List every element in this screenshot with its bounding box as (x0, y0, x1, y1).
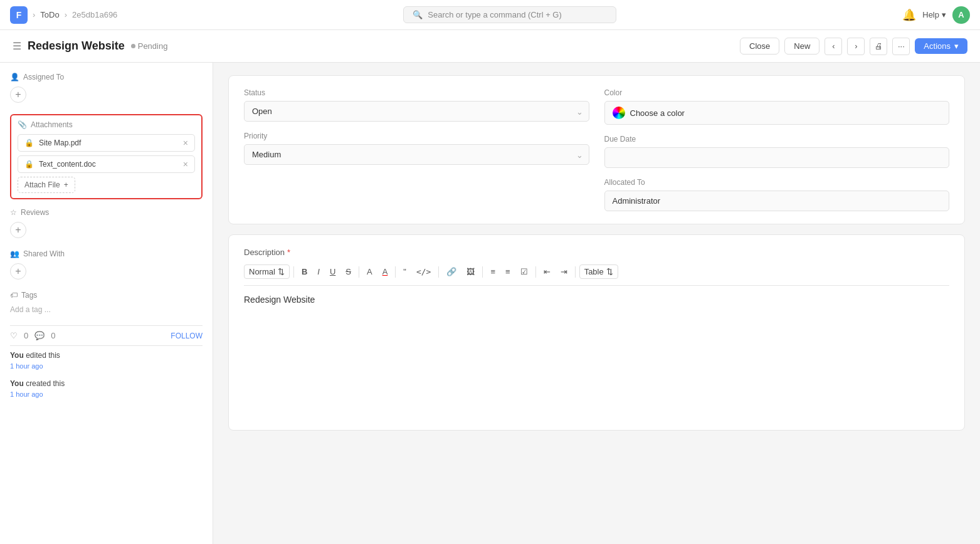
menu-icon[interactable]: ☰ (13, 40, 21, 52)
activity-log-section: You edited this 1 hour ago You created t… (10, 351, 203, 398)
toolbar-divider-4 (438, 266, 439, 278)
shared-with-section: 👥 Shared With + (10, 249, 203, 280)
table-chevron-icon: ⇅ (606, 267, 613, 276)
right-col: Color Choose a color Due Date Allocated … (604, 88, 950, 211)
underline-button[interactable]: U (326, 265, 339, 278)
activity-you-2: You (10, 379, 24, 388)
status-select[interactable]: Open Pending Completed Cancelled (244, 101, 589, 122)
activity-time-1: 1 hour ago (10, 362, 203, 370)
breadcrumb-id[interactable]: 2e5db1a696 (72, 10, 117, 19)
italic-button[interactable]: I (313, 265, 324, 278)
attach-label: Attach File (24, 180, 60, 189)
indent-button[interactable]: ⇥ (557, 265, 571, 278)
status-label: Pending (138, 41, 168, 51)
notifications-button[interactable]: 🔔 (902, 8, 916, 22)
assigned-to-title: 👤 Assigned To (10, 73, 203, 81)
top-nav: F › ToDo › 2e5db1a696 🔍 Search or type a… (0, 0, 980, 30)
priority-group: Priority Low Medium High Urgent (244, 132, 589, 165)
due-date-input[interactable] (604, 147, 950, 168)
link-button[interactable]: 🔗 (443, 265, 460, 278)
breadcrumb-sep-1: › (33, 10, 35, 19)
comments-count: 0 (51, 331, 55, 340)
breadcrumb-area: F › ToDo › 2e5db1a696 (10, 6, 117, 24)
breadcrumb-todo[interactable]: ToDo (40, 10, 59, 19)
attachment-remove-button-1[interactable]: × (183, 138, 188, 148)
activity-log-1: You edited this (10, 351, 203, 360)
outdent-button[interactable]: ⇤ (540, 265, 554, 278)
tag-icon: 🏷 (10, 291, 18, 300)
highlight-button[interactable]: A (379, 265, 392, 278)
next-button[interactable]: › (847, 38, 865, 55)
color-group: Color Choose a color (604, 88, 950, 125)
top-nav-right: 🔔 Help ▾ A (902, 6, 970, 24)
tags-title: 🏷 Tags (10, 291, 203, 300)
left-col: Status Open Pending Completed Cancelled … (244, 88, 589, 211)
activity-row: ♡ 0 💬 0 FOLLOW (10, 331, 203, 340)
due-date-label: Due Date (604, 135, 950, 144)
page-title: Redesign Website (28, 39, 125, 53)
allocated-to-group: Allocated To Administrator (604, 178, 950, 211)
code-button[interactable]: </> (413, 265, 435, 278)
more-options-button[interactable]: ··· (892, 38, 910, 55)
actions-label: Actions (924, 41, 951, 51)
attachments-title: 📎 Attachments (18, 120, 195, 129)
avatar[interactable]: A (952, 6, 970, 24)
toolbar-divider-2 (359, 266, 359, 278)
unordered-list-button[interactable]: ≡ (502, 265, 514, 278)
activity-action-2: created this (26, 379, 65, 388)
file-icon-2: 🔒 (24, 160, 34, 169)
strikethrough-button[interactable]: S (342, 265, 355, 278)
description-label: Description * (244, 248, 949, 257)
app-icon[interactable]: F (10, 6, 28, 24)
form-row-1: Status Open Pending Completed Cancelled … (244, 88, 949, 211)
editor-content[interactable]: Redesign Website (244, 292, 949, 417)
add-tag-input[interactable]: Add a tag ... (10, 305, 51, 314)
text-color-button[interactable]: A (363, 265, 376, 278)
image-button[interactable]: 🖼 (463, 265, 478, 278)
style-select[interactable]: Normal ⇅ (244, 264, 290, 279)
shared-with-title: 👥 Shared With (10, 249, 203, 258)
table-select[interactable]: Table ⇅ (579, 264, 618, 279)
user-icon: 👤 (10, 73, 19, 81)
page-header-right: Close New ‹ › 🖨 ··· Actions ▾ (740, 38, 967, 55)
attachments-section: 📎 Attachments 🔒 Site Map.pdf × 🔒 Text_co… (10, 114, 203, 199)
required-star: * (287, 248, 290, 257)
ordered-list-button[interactable]: ≡ (487, 265, 499, 278)
actions-button[interactable]: Actions ▾ (915, 38, 967, 54)
priority-select[interactable]: Low Medium High Urgent (244, 144, 589, 165)
attachment-name-1: Site Map.pdf (39, 139, 178, 147)
paperclip-icon: 📎 (18, 120, 27, 129)
status-select-wrapper: Open Pending Completed Cancelled (244, 101, 589, 122)
attachment-remove-button-2[interactable]: × (183, 159, 188, 169)
page-header: ☰ Redesign Website Pending Close New ‹ ›… (0, 30, 980, 63)
search-area: 🔍 Search or type a command (Ctrl + G) (117, 6, 902, 23)
status-label: Status (244, 88, 589, 97)
blockquote-button[interactable]: " (399, 265, 410, 278)
attach-file-button[interactable]: Attach File + (18, 177, 75, 193)
close-button[interactable]: Close (740, 38, 779, 55)
new-button[interactable]: New (784, 38, 819, 55)
file-icon-1: 🔒 (24, 139, 34, 147)
color-label: Color (604, 88, 950, 97)
tags-section: 🏷 Tags Add a tag ... (10, 291, 203, 314)
add-shared-button[interactable]: + (10, 263, 26, 280)
print-button[interactable]: 🖨 (870, 38, 887, 55)
comment-icon: 💬 (34, 331, 45, 340)
description-card: Description * Normal ⇅ B I U S A A " </> (228, 234, 965, 431)
details-card: Status Open Pending Completed Cancelled … (228, 75, 965, 224)
page-header-left: ☰ Redesign Website Pending (13, 39, 167, 53)
color-picker-button[interactable]: Choose a color (604, 101, 950, 125)
add-assigned-button[interactable]: + (10, 86, 26, 103)
editor-toolbar: Normal ⇅ B I U S A A " </> 🔗 🖼 ≡ ≡ (244, 264, 949, 286)
prev-button[interactable]: ‹ (825, 38, 842, 55)
checklist-button[interactable]: ☑ (517, 265, 532, 278)
actions-chevron-icon: ▾ (954, 41, 959, 51)
search-bar[interactable]: 🔍 Search or type a command (Ctrl + G) (403, 6, 616, 23)
bold-button[interactable]: B (298, 265, 311, 278)
add-review-button[interactable]: + (10, 222, 26, 238)
follow-button[interactable]: FOLLOW (171, 332, 203, 340)
help-button[interactable]: Help ▾ (922, 10, 946, 19)
toolbar-divider-3 (395, 266, 396, 278)
toolbar-divider-1 (293, 266, 294, 278)
status-group: Status Open Pending Completed Cancelled (244, 88, 589, 122)
